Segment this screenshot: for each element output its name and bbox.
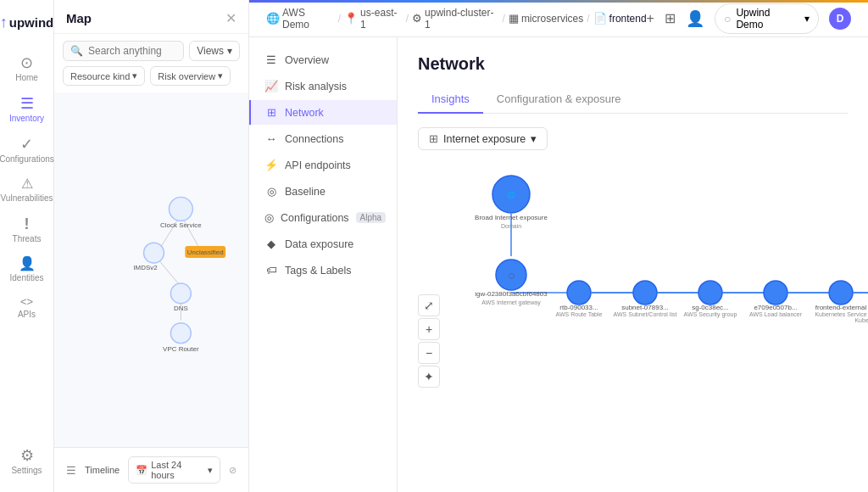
timeline-time: Last 24 hours [151, 460, 204, 480]
svg-text:Kubernetes Deployment: Kubernetes Deployment [854, 317, 868, 324]
nav-item-overview[interactable]: ☰ Overview [249, 48, 397, 72]
zoom-out-button[interactable]: − [418, 342, 440, 364]
layout-button[interactable]: ⊞ [665, 10, 676, 26]
nav-menu: ☰ Overview 📈 Risk analysis ⊞ Network ↔ C… [249, 37, 398, 492]
breadcrumb-sep: / [406, 13, 409, 25]
right-panel: 🌐 AWS Demo / 📍 us-east-1 / ⚙ upwind-clus… [249, 0, 868, 492]
risk-overview-filter[interactable]: Risk overview ▾ [150, 66, 231, 86]
sidebar-item-identities[interactable]: 👤 Identities [0, 250, 53, 289]
user-badge[interactable]: ○ Upwind Demo ▾ [715, 3, 819, 34]
tab-insights[interactable]: Insights [418, 86, 483, 114]
add-button[interactable]: + [647, 11, 654, 26]
svg-text:frontend-external: frontend-external [815, 304, 867, 311]
search-input[interactable] [88, 45, 176, 57]
search-bar[interactable]: 🔍 [63, 41, 184, 61]
chevron-down-icon: ▾ [531, 132, 537, 145]
nav-item-baseline[interactable]: ◎ Baseline [249, 179, 397, 204]
region-icon: 📍 [344, 12, 358, 25]
network-diagram[interactable]: 🌐 Broad Internet exposure Domain ⬡ igw-0… [418, 167, 848, 388]
user-avatar[interactable]: D [829, 8, 851, 30]
timeline-bar: ☰ Timeline 📅 Last 24 hours ▾ ⊘ [54, 447, 248, 492]
filter-label: Risk overview [158, 71, 215, 81]
breadcrumb-sep: / [338, 13, 341, 25]
svg-text:Kubernetes Service: Kubernetes Service [815, 311, 866, 317]
nav-item-api-endpoints[interactable]: ⚡ API endpoints [249, 153, 397, 177]
breadcrumb-microservices[interactable]: ▦ microservices [509, 12, 583, 25]
zoom-in-button[interactable]: + [418, 318, 440, 340]
svg-text:Broad Internet exposure: Broad Internet exposure [475, 214, 548, 221]
svg-point-6 [144, 243, 164, 263]
logo-text: upwind [9, 15, 54, 30]
sidebar-item-apis[interactable]: <> APIs [0, 289, 53, 326]
vulnerabilities-icon: ⚠ [21, 177, 33, 191]
sidebar-item-settings[interactable]: ⚙ Settings [0, 441, 53, 482]
content-area: ☰ Overview 📈 Risk analysis ⊞ Network ↔ C… [249, 37, 868, 492]
apis-icon: <> [20, 296, 33, 307]
connections-icon: ↔ [264, 132, 278, 145]
nav-item-label: Tags & Labels [285, 265, 352, 277]
map-close-button[interactable]: ✕ [225, 10, 236, 26]
tab-configuration-exposure[interactable]: Configuration & exposure [483, 86, 635, 114]
top-header: 🌐 AWS Demo / 📍 us-east-1 / ⚙ upwind-clus… [249, 0, 868, 37]
map-panel: Map ✕ 🔍 Views ▾ Resource kind ▾ Risk ove… [54, 0, 249, 492]
svg-point-33 [698, 281, 722, 305]
diagram-svg: 🌐 Broad Internet exposure Domain ⬡ igw-0… [418, 167, 868, 354]
logo: ↑ upwind [0, 10, 53, 35]
filter-row: Resource kind ▾ Risk overview ▾ [63, 66, 240, 86]
nav-item-label: Connections [285, 133, 344, 145]
map-controls: 🔍 Views ▾ Resource kind ▾ Risk overview … [54, 34, 248, 92]
search-icon: 🔍 [70, 45, 83, 57]
map-canvas[interactable]: Clock Service IMDSv2 Unclassified DNS VP… [54, 92, 248, 447]
svg-text:AWS Internet gateway: AWS Internet gateway [481, 299, 541, 306]
svg-text:⬡: ⬡ [509, 272, 515, 280]
breadcrumb-cluster[interactable]: ⚙ upwind-cluster-1 [412, 7, 498, 31]
tags-icon: 🏷 [264, 264, 278, 277]
timeline-dropdown[interactable]: 📅 Last 24 hours ▾ [128, 456, 220, 484]
sidebar-item-label: APIs [18, 310, 36, 319]
breadcrumb-sep: / [503, 13, 505, 25]
svg-point-25 [567, 281, 591, 305]
svg-text:Domain: Domain [501, 223, 521, 229]
home-icon: ⊙ [20, 55, 33, 70]
nav-item-network[interactable]: ⊞ Network [249, 100, 397, 125]
risk-icon: 📈 [264, 80, 278, 92]
sidebar-item-home[interactable]: ⊙ Home [0, 48, 53, 89]
svg-text:Unclassified: Unclassified [187, 249, 224, 256]
nav-item-label: Risk analysis [285, 81, 347, 92]
nav-item-data-exposure[interactable]: ◆ Data exposure [249, 232, 397, 256]
overview-icon: ☰ [264, 53, 278, 66]
svg-text:rtb-090033...: rtb-090033... [559, 304, 598, 311]
resource-kind-filter[interactable]: Resource kind ▾ [63, 66, 145, 86]
bc-label: AWS Demo [282, 7, 335, 31]
svg-point-12 [170, 323, 191, 344]
svg-line-2 [159, 261, 181, 287]
svg-text:IMDSv2: IMDSv2 [133, 264, 158, 271]
fit-button[interactable]: ⤢ [418, 294, 440, 316]
nav-item-label: Network [285, 107, 324, 119]
zoom-controls: ⤢ + − ✦ [418, 294, 440, 388]
breadcrumb-region[interactable]: 📍 us-east-1 [344, 7, 403, 31]
views-button[interactable]: Views ▾ [189, 41, 240, 61]
svg-point-10 [170, 283, 191, 304]
network-detail: Network Insights Configuration & exposur… [398, 37, 868, 492]
nav-item-tags-labels[interactable]: 🏷 Tags & Labels [249, 258, 397, 282]
timeline-action-icon[interactable]: ⊘ [229, 465, 236, 476]
nav-item-configurations[interactable]: ◎ Configurations Alpha [249, 205, 397, 230]
tabs-row: Insights Configuration & exposure [418, 86, 848, 114]
bc-label: frontend [609, 13, 647, 25]
reset-button[interactable]: ✦ [418, 366, 440, 388]
identities-icon: 👤 [19, 257, 36, 271]
exposure-dropdown[interactable]: ⊞ Internet exposure ▾ [418, 127, 548, 150]
map-header: Map ✕ [54, 0, 248, 34]
sidebar-item-vulnerabilities[interactable]: ⚠ Vulnerabilities [0, 171, 53, 210]
chevron-down-icon: ▾ [804, 13, 810, 25]
breadcrumb-aws-demo[interactable]: 🌐 AWS Demo [266, 7, 335, 31]
exposure-icon: ⊞ [429, 132, 438, 145]
svg-text:igw-02380f3a6cbf64803: igw-02380f3a6cbf64803 [475, 290, 548, 298]
sidebar-item-threats[interactable]: ! Threats [0, 210, 53, 250]
nav-item-connections[interactable]: ↔ Connections [249, 126, 397, 151]
breadcrumb-frontend[interactable]: 📄 frontend [593, 12, 647, 25]
sidebar-item-configurations[interactable]: ✓ Configurations [0, 130, 53, 171]
nav-item-risk-analysis[interactable]: 📈 Risk analysis [249, 74, 397, 98]
sidebar-item-inventory[interactable]: ☰ Inventory [0, 89, 53, 130]
